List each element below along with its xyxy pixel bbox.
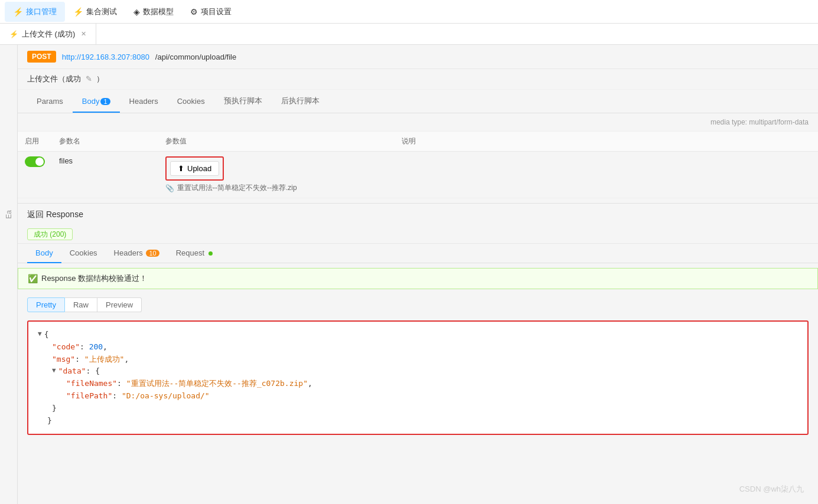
row-enable-cell [18, 152, 52, 198]
nav-datamodel[interactable]: ◈ 数据模型 [125, 2, 182, 22]
check-icon: ✅ [28, 274, 38, 283]
req-tab-pre-script[interactable]: 预执行脚本 [214, 90, 272, 113]
media-type-row: media type: multipart/form-data [18, 113, 818, 132]
status-badge: 成功 (200) [27, 228, 73, 240]
row-value-cell: ⬆ Upload 📎 重置试用法--简单稳定不失效--推荐.zip [158, 152, 395, 198]
resp-tab-request[interactable]: Request [168, 244, 221, 263]
edit-icon[interactable]: ✎ [86, 74, 92, 83]
resp-tab-body[interactable]: Body [27, 244, 61, 263]
validation-bar: ✅ Response 数据结构校验通过！ [18, 268, 818, 289]
view-tabs: Pretty Raw Preview [18, 294, 818, 316]
nav-settings-label: 项目设置 [201, 6, 232, 17]
sidebar-text: Ea [5, 210, 13, 219]
upload-highlight-box: ⬆ Upload [165, 156, 224, 181]
integration-icon: ⚡ [73, 7, 83, 17]
response-section: 返回 Response 成功 (200) Body Cookies Header… [18, 203, 818, 435]
row-desc-cell [395, 152, 818, 198]
row-name-cell: files [52, 152, 158, 198]
nav-interface[interactable]: ⚡ 接口管理 [5, 2, 65, 22]
api-name-text: 上传文件（成功 ✎ ） [27, 74, 104, 83]
json-line-open: ▼ { [38, 329, 798, 341]
view-tab-preview[interactable]: Preview [97, 297, 142, 312]
main-layout: Ea POST http://192.168.3.207:8080 /api/c… [0, 45, 818, 504]
json-close: } [38, 415, 798, 427]
th-value: 参数值 [158, 132, 395, 152]
url-host: http://192.168.3.207:8080 [62, 53, 149, 61]
nav-integration[interactable]: ⚡ 集合测试 [65, 2, 125, 22]
tab-close-button[interactable]: ✕ [81, 30, 86, 38]
headers-badge: 10 [146, 250, 159, 257]
view-tab-raw[interactable]: Raw [65, 297, 97, 312]
table-row: files ⬆ Upload 📎 重置试用法--简单稳定不失效--推荐.zip [18, 152, 818, 198]
watermark: CSDN @wh柒八九 [739, 484, 804, 495]
req-tab-cookies[interactable]: Cookies [168, 91, 214, 113]
json-filenames-field: "fileNames": "重置试用法--简单稳定不失效--推荐_c072b.z… [38, 378, 798, 390]
tab-label: 上传文件 (成功) [22, 29, 75, 40]
settings-icon: ⚙ [190, 7, 198, 17]
nav-interface-label: 接口管理 [26, 6, 57, 17]
attachment-icon: 📎 [165, 184, 174, 192]
url-bar: POST http://192.168.3.207:8080 /api/comm… [18, 45, 818, 69]
url-path: /api/common/upload/file [155, 53, 236, 61]
api-name-row: 上传文件（成功 ✎ ） [18, 69, 818, 90]
json-toggle[interactable]: ▼ [38, 329, 42, 339]
json-viewer: ▼ { "code": 200, "msg": "上传成功", ▼ "data"… [27, 320, 809, 435]
req-tab-body[interactable]: Body1 [73, 91, 120, 113]
tab-upload-file[interactable]: ⚡ 上传文件 (成功) ✕ [0, 24, 96, 44]
json-data-toggle[interactable]: ▼ [52, 365, 56, 376]
toggle-slider[interactable] [25, 156, 45, 167]
status-row: 成功 (200) [18, 226, 818, 244]
datamodel-icon: ◈ [133, 7, 140, 17]
upload-icon: ⬆ [178, 164, 184, 173]
interface-icon: ⚡ [13, 7, 23, 17]
json-data-field: ▼ "data": { [38, 365, 798, 378]
json-data-close: } [38, 402, 798, 415]
th-enable: 启用 [18, 132, 52, 152]
media-type-text: media type: multipart/form-data [711, 118, 809, 126]
resp-tab-headers[interactable]: Headers 10 [106, 244, 168, 263]
upload-button-label: Upload [187, 164, 211, 173]
attached-filename: 重置试用法--简单稳定不失效--推荐.zip [177, 183, 297, 193]
top-nav: ⚡ 接口管理 ⚡ 集合测试 ◈ 数据模型 ⚙ 项目设置 [0, 0, 818, 24]
json-filepath-field: "filePath": "D:/oa-sys/upload/" [38, 390, 798, 402]
upload-button[interactable]: ⬆ Upload [170, 161, 219, 176]
request-tabs: Params Body1 Headers Cookies 预执行脚本 后执行脚本 [18, 90, 818, 113]
resp-tab-cookies[interactable]: Cookies [61, 244, 106, 263]
file-attached: 📎 重置试用法--简单稳定不失效--推荐.zip [165, 183, 387, 193]
left-sidebar: Ea [0, 45, 18, 504]
json-msg-field: "msg": "上传成功", [38, 354, 798, 366]
th-name: 参数名 [52, 132, 158, 152]
req-tab-post-script[interactable]: 后执行脚本 [272, 90, 329, 113]
params-table: 启用 参数名 参数值 说明 files [18, 132, 818, 198]
body-badge: 1 [100, 98, 110, 105]
validation-text: Response 数据结构校验通过！ [41, 273, 147, 284]
req-tab-headers[interactable]: Headers [120, 91, 168, 113]
nav-integration-label: 集合测试 [86, 6, 117, 17]
response-title: 返回 Response [18, 204, 818, 226]
nav-settings[interactable]: ⚙ 项目设置 [182, 2, 240, 22]
req-tab-params[interactable]: Params [27, 91, 73, 113]
param-name: files [59, 156, 73, 165]
enable-toggle[interactable] [25, 156, 45, 167]
tab-bar: ⚡ 上传文件 (成功) ✕ [0, 24, 818, 45]
json-code-field: "code": 200, [38, 341, 798, 354]
main-content: POST http://192.168.3.207:8080 /api/comm… [18, 45, 818, 504]
view-tab-pretty[interactable]: Pretty [27, 297, 65, 312]
th-desc: 说明 [395, 132, 818, 152]
http-method-badge: POST [27, 51, 56, 63]
response-tabs: Body Cookies Headers 10 Request [18, 244, 818, 263]
nav-datamodel-label: 数据模型 [143, 6, 174, 17]
tab-lightning-icon: ⚡ [9, 30, 18, 38]
request-dot [208, 251, 213, 256]
